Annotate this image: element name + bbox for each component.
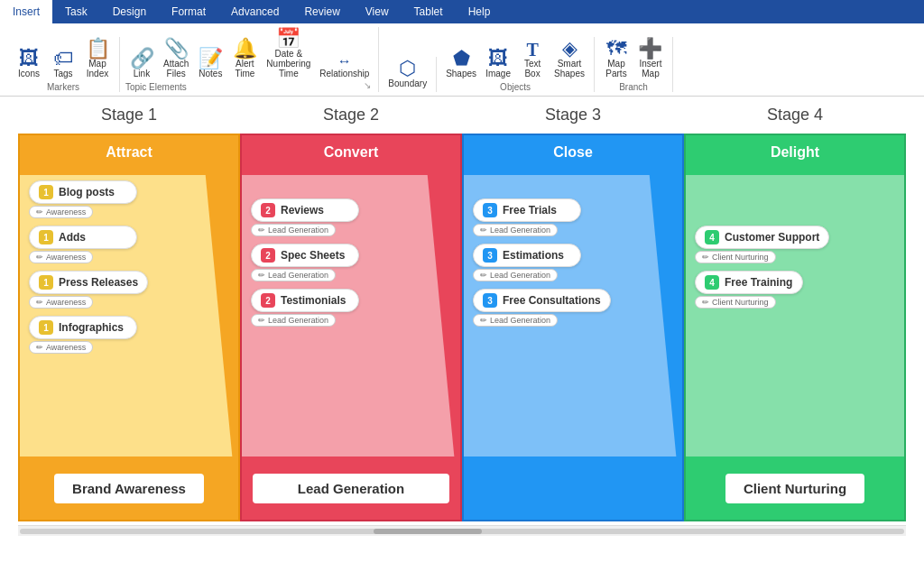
- ribbon-item-map-index-label: MapIndex: [87, 59, 108, 78]
- ribbon-item-boundary-label: Boundary: [388, 78, 427, 88]
- stage-convert-bottom-label: Lead Generation: [253, 474, 449, 503]
- ribbon-item-icons-label: Icons: [18, 69, 40, 78]
- main-content: Stage 1 Stage 2 Stage 3 Stage 4 Attract …: [0, 97, 924, 581]
- ribbon-item-notes-label: Notes: [199, 69, 222, 78]
- stage-close-bottom: [464, 456, 682, 520]
- diagram: Attract 1 Blog posts ✏ Awareness 1 Adds …: [18, 134, 906, 521]
- tab-help[interactable]: Help: [456, 0, 504, 23]
- stage-convert-bottom: Lead Generation: [242, 456, 460, 520]
- ribbon-item-alert-time[interactable]: 🔔 AlertTime: [228, 37, 261, 80]
- ribbon-item-map-index[interactable]: 📋 MapIndex: [81, 37, 114, 80]
- topic-free-consultations[interactable]: 3 Free Consultations ✏ Lead Generation: [473, 289, 673, 327]
- topic-free-training-text: Free Training: [725, 276, 792, 289]
- tab-view[interactable]: View: [353, 0, 402, 23]
- topic-free-trials-num: 3: [483, 203, 497, 217]
- ribbon: Insert Task Design Format Advanced Revie…: [0, 0, 924, 97]
- tab-format[interactable]: Format: [159, 0, 218, 23]
- topic-spec-sheets-text: Spec Sheets: [281, 249, 345, 262]
- ribbon-group-topic-elements: 🔗 Link 📎 AttachFiles 📝 Notes 🔔 AlertTime…: [120, 27, 379, 92]
- ribbon-item-relationship-label: Relationship: [319, 69, 369, 78]
- topic-testimonials[interactable]: 2 Testimonials ✏ Lead Generation: [251, 289, 451, 327]
- topic-free-trials[interactable]: 3 Free Trials ✏ Lead Generation: [473, 198, 673, 236]
- ribbon-item-smart-shapes[interactable]: ◈ SmartShapes: [550, 37, 588, 80]
- topic-testimonials-text: Testimonials: [281, 294, 346, 307]
- ribbon-item-relationship[interactable]: ↔ Relationship: [316, 52, 373, 80]
- stage-attract: Attract 1 Blog posts ✏ Awareness 1 Adds …: [18, 134, 240, 521]
- stage-delight-bottom-label: Client Nurturing: [725, 474, 864, 503]
- ribbon-item-date-numbering-label: Date &NumberingTime: [266, 49, 310, 78]
- topic-press-releases-tag: ✏ Awareness: [29, 296, 93, 309]
- ribbon-item-image-label: Image: [485, 69, 511, 78]
- ribbon-item-date-numbering[interactable]: 📅 Date &NumberingTime: [263, 27, 314, 80]
- topic-free-training[interactable]: 4 Free Training ✏ Client Nurturing: [695, 271, 895, 309]
- ribbon-item-attach-files-label: AttachFiles: [163, 59, 189, 78]
- topic-free-consultations-num: 3: [483, 293, 497, 308]
- topic-reviews-text: Reviews: [281, 204, 324, 217]
- attach-files-icon: 📎: [164, 39, 189, 59]
- stage-close-topics: 3 Free Trials ✏ Lead Generation 3 Estima…: [473, 198, 673, 327]
- topic-spec-sheets-num: 2: [261, 248, 275, 263]
- topic-customer-support-tag: ✏ Client Nurturing: [695, 251, 776, 263]
- tab-review[interactable]: Review: [291, 0, 352, 23]
- map-parts-icon: 🗺: [606, 39, 626, 59]
- ribbon-item-image[interactable]: 🖼 Image: [482, 47, 514, 80]
- topic-blog-posts[interactable]: 1 Blog posts ✏ Awareness: [29, 180, 229, 218]
- ribbon-item-map-parts-label: MapParts: [605, 59, 626, 78]
- stage-delight-title: Delight: [686, 135, 904, 170]
- stage-4-label: Stage 4: [705, 106, 885, 124]
- topic-adds-tag: ✏ Awareness: [29, 251, 93, 263]
- ribbon-item-notes[interactable]: 📝 Notes: [194, 47, 226, 80]
- tab-advanced[interactable]: Advanced: [218, 0, 291, 23]
- topic-estimations[interactable]: 3 Estimations ✏ Lead Generation: [473, 244, 673, 281]
- stage-attract-topics: 1 Blog posts ✏ Awareness 1 Adds ✏ Awaren…: [29, 180, 229, 354]
- tags-icon: 🏷: [53, 49, 73, 69]
- ribbon-body: 🖼 Icons 🏷 Tags 📋 MapIndex Markers 🔗 L: [0, 23, 924, 96]
- stage-attract-bottom-label: Brand Awareness: [54, 474, 204, 503]
- ribbon-item-map-parts[interactable]: 🗺 MapParts: [600, 37, 633, 80]
- boundary-icon: ⬡: [399, 59, 416, 78]
- tab-insert[interactable]: Insert: [0, 0, 52, 23]
- topic-estimations-num: 3: [483, 248, 497, 263]
- topic-customer-support-text: Customer Support: [725, 231, 819, 244]
- stage-convert-title: Convert: [242, 135, 460, 170]
- topic-adds[interactable]: 1 Adds ✏ Awareness: [29, 226, 229, 263]
- ribbon-item-shapes[interactable]: ⬟ Shapes: [442, 47, 480, 80]
- topic-blog-posts-text: Blog posts: [59, 186, 115, 198]
- horizontal-scrollbar[interactable]: [18, 525, 906, 536]
- ribbon-item-shapes-label: Shapes: [446, 69, 476, 78]
- tab-task[interactable]: Task: [52, 0, 100, 23]
- ribbon-item-text-box[interactable]: T TextBox: [516, 39, 549, 80]
- ribbon-item-link[interactable]: 🔗 Link: [125, 47, 158, 80]
- notes-icon: 📝: [199, 49, 223, 69]
- ribbon-item-boundary[interactable]: ⬡ Boundary: [384, 57, 430, 90]
- topic-reviews[interactable]: 2 Reviews ✏ Lead Generation: [251, 198, 451, 236]
- branch-group-label: Branch: [619, 82, 648, 92]
- topic-infographics[interactable]: 1 Infographics ✏ Awareness: [29, 316, 229, 354]
- topic-free-trials-tag: ✏ Lead Generation: [473, 224, 558, 236]
- relationship-icon: ↔: [337, 54, 352, 69]
- topic-customer-support[interactable]: 4 Customer Support ✏ Client Nurturing: [695, 226, 895, 263]
- topic-blog-posts-tag: ✏ Awareness: [29, 206, 93, 218]
- tab-design[interactable]: Design: [100, 0, 159, 23]
- topic-spec-sheets[interactable]: 2 Spec Sheets ✏ Lead Generation: [251, 244, 451, 281]
- ribbon-item-attach-files[interactable]: 📎 AttachFiles: [160, 37, 192, 80]
- ribbon-item-insert-map[interactable]: ➕ InsertMap: [634, 37, 667, 80]
- image-icon: 🖼: [488, 49, 508, 69]
- topic-testimonials-num: 2: [261, 293, 275, 308]
- icons-icon: 🖼: [19, 49, 39, 69]
- date-numbering-icon: 📅: [276, 29, 300, 49]
- topic-free-training-tag: ✏ Client Nurturing: [695, 296, 776, 309]
- ribbon-item-icons[interactable]: 🖼 Icons: [13, 47, 45, 80]
- stage-delight: Delight 4 Customer Support ✏ Client Nurt…: [684, 134, 906, 521]
- dialog-launcher-icon[interactable]: ↘: [362, 80, 373, 90]
- tab-tablet[interactable]: Tablet: [402, 0, 456, 23]
- topic-adds-num: 1: [39, 230, 53, 244]
- ribbon-item-tags[interactable]: 🏷 Tags: [47, 47, 79, 80]
- topic-press-releases[interactable]: 1 Press Releases ✏ Awareness: [29, 271, 229, 309]
- shapes-icon: ⬟: [453, 49, 470, 69]
- stage-attract-title: Attract: [20, 135, 238, 170]
- stage-delight-bottom: Client Nurturing: [686, 456, 904, 520]
- scrollbar-thumb[interactable]: [374, 529, 482, 534]
- topic-free-trials-text: Free Trials: [503, 204, 557, 217]
- ribbon-item-insert-map-label: InsertMap: [639, 59, 661, 78]
